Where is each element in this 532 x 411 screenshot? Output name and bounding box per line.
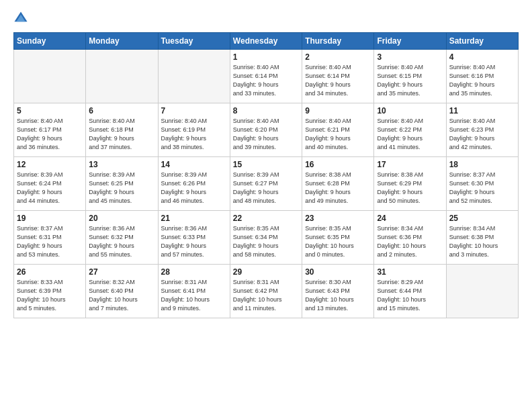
- cell-details: Sunrise: 8:38 AM Sunset: 6:28 PM Dayligh…: [305, 171, 371, 205]
- day-number: 29: [233, 267, 299, 277]
- cell-details: Sunrise: 8:40 AM Sunset: 6:21 PM Dayligh…: [305, 117, 371, 152]
- day-number: 28: [161, 267, 227, 277]
- calendar-cell: 31Sunrise: 8:29 AM Sunset: 6:44 PM Dayli…: [374, 265, 446, 318]
- day-number: 18: [449, 160, 515, 169]
- day-number: 26: [17, 267, 83, 277]
- header: [13, 11, 519, 26]
- day-number: 11: [449, 106, 515, 116]
- week-row-2: 12Sunrise: 8:39 AM Sunset: 6:24 PM Dayli…: [14, 157, 519, 211]
- cell-details: Sunrise: 8:40 AM Sunset: 6:23 PM Dayligh…: [449, 117, 515, 152]
- cell-details: Sunrise: 8:34 AM Sunset: 6:38 PM Dayligh…: [449, 224, 515, 259]
- calendar-cell: 23Sunrise: 8:35 AM Sunset: 6:35 PM Dayli…: [302, 211, 374, 265]
- cell-details: Sunrise: 8:40 AM Sunset: 6:14 PM Dayligh…: [305, 63, 371, 98]
- day-number: 19: [17, 214, 83, 223]
- week-row-3: 19Sunrise: 8:37 AM Sunset: 6:31 PM Dayli…: [14, 211, 519, 265]
- day-number: 3: [377, 52, 443, 62]
- calendar-cell: 15Sunrise: 8:39 AM Sunset: 6:27 PM Dayli…: [230, 157, 302, 211]
- calendar-cell: 16Sunrise: 8:38 AM Sunset: 6:28 PM Dayli…: [302, 157, 374, 211]
- week-row-1: 5Sunrise: 8:40 AM Sunset: 6:17 PM Daylig…: [14, 103, 519, 157]
- calendar-cell: 29Sunrise: 8:31 AM Sunset: 6:42 PM Dayli…: [230, 265, 302, 318]
- cell-details: Sunrise: 8:31 AM Sunset: 6:42 PM Dayligh…: [233, 278, 299, 313]
- calendar-cell: 18Sunrise: 8:37 AM Sunset: 6:30 PM Dayli…: [446, 157, 518, 211]
- logo-icon: [13, 11, 28, 26]
- calendar-cell: 1Sunrise: 8:40 AM Sunset: 6:14 PM Daylig…: [230, 50, 302, 103]
- day-number: 1: [233, 52, 299, 62]
- calendar-cell: 11Sunrise: 8:40 AM Sunset: 6:23 PM Dayli…: [446, 103, 518, 157]
- week-row-4: 26Sunrise: 8:33 AM Sunset: 6:39 PM Dayli…: [14, 265, 519, 318]
- day-number: 30: [305, 267, 371, 277]
- calendar-cell: [158, 50, 230, 103]
- day-number: 8: [233, 106, 299, 116]
- calendar-cell: 30Sunrise: 8:30 AM Sunset: 6:43 PM Dayli…: [302, 265, 374, 318]
- cell-details: Sunrise: 8:36 AM Sunset: 6:32 PM Dayligh…: [89, 224, 154, 259]
- day-number: 12: [17, 160, 83, 169]
- day-number: 22: [233, 214, 299, 223]
- week-row-0: 1Sunrise: 8:40 AM Sunset: 6:14 PM Daylig…: [14, 50, 519, 103]
- calendar-cell: 20Sunrise: 8:36 AM Sunset: 6:32 PM Dayli…: [86, 211, 158, 265]
- cell-details: Sunrise: 8:40 AM Sunset: 6:22 PM Dayligh…: [377, 117, 443, 152]
- cell-details: Sunrise: 8:40 AM Sunset: 6:20 PM Dayligh…: [233, 117, 299, 152]
- cell-details: Sunrise: 8:39 AM Sunset: 6:27 PM Dayligh…: [233, 171, 299, 205]
- cell-details: Sunrise: 8:36 AM Sunset: 6:33 PM Dayligh…: [161, 224, 227, 259]
- cell-details: Sunrise: 8:37 AM Sunset: 6:31 PM Dayligh…: [17, 224, 83, 259]
- calendar-cell: 13Sunrise: 8:39 AM Sunset: 6:25 PM Dayli…: [86, 157, 158, 211]
- cell-details: Sunrise: 8:40 AM Sunset: 6:18 PM Dayligh…: [89, 117, 154, 152]
- calendar-cell: 12Sunrise: 8:39 AM Sunset: 6:24 PM Dayli…: [14, 157, 86, 211]
- cell-details: Sunrise: 8:40 AM Sunset: 6:19 PM Dayligh…: [161, 117, 227, 152]
- calendar-cell: 19Sunrise: 8:37 AM Sunset: 6:31 PM Dayli…: [14, 211, 86, 265]
- day-number: 25: [449, 214, 515, 223]
- col-header-monday: Monday: [86, 33, 158, 50]
- cell-details: Sunrise: 8:30 AM Sunset: 6:43 PM Dayligh…: [305, 278, 371, 313]
- day-number: 21: [161, 214, 227, 223]
- day-number: 27: [89, 267, 154, 277]
- col-header-saturday: Saturday: [446, 33, 518, 50]
- day-number: 16: [305, 160, 371, 169]
- cell-details: Sunrise: 8:37 AM Sunset: 6:30 PM Dayligh…: [449, 171, 515, 205]
- calendar-cell: 25Sunrise: 8:34 AM Sunset: 6:38 PM Dayli…: [446, 211, 518, 265]
- day-number: 7: [161, 106, 227, 116]
- day-number: 15: [233, 160, 299, 169]
- day-number: 4: [449, 52, 515, 62]
- cell-details: Sunrise: 8:40 AM Sunset: 6:17 PM Dayligh…: [17, 117, 83, 152]
- calendar: SundayMondayTuesdayWednesdayThursdayFrid…: [13, 32, 519, 318]
- page: SundayMondayTuesdayWednesdayThursdayFrid…: [0, 0, 532, 411]
- cell-details: Sunrise: 8:32 AM Sunset: 6:40 PM Dayligh…: [89, 278, 154, 313]
- calendar-cell: 7Sunrise: 8:40 AM Sunset: 6:19 PM Daylig…: [158, 103, 230, 157]
- calendar-cell: 10Sunrise: 8:40 AM Sunset: 6:22 PM Dayli…: [374, 103, 446, 157]
- day-number: 10: [377, 106, 443, 116]
- calendar-cell: 5Sunrise: 8:40 AM Sunset: 6:17 PM Daylig…: [14, 103, 86, 157]
- calendar-cell: 8Sunrise: 8:40 AM Sunset: 6:20 PM Daylig…: [230, 103, 302, 157]
- calendar-cell: 4Sunrise: 8:40 AM Sunset: 6:16 PM Daylig…: [446, 50, 518, 103]
- day-number: 20: [89, 214, 154, 223]
- col-header-tuesday: Tuesday: [158, 33, 230, 50]
- cell-details: Sunrise: 8:39 AM Sunset: 6:26 PM Dayligh…: [161, 171, 227, 205]
- calendar-cell: 17Sunrise: 8:38 AM Sunset: 6:29 PM Dayli…: [374, 157, 446, 211]
- calendar-cell: [446, 265, 518, 318]
- cell-details: Sunrise: 8:40 AM Sunset: 6:15 PM Dayligh…: [377, 63, 443, 98]
- col-header-thursday: Thursday: [302, 33, 374, 50]
- calendar-cell: 22Sunrise: 8:35 AM Sunset: 6:34 PM Dayli…: [230, 211, 302, 265]
- day-number: 6: [89, 106, 154, 116]
- col-header-friday: Friday: [374, 33, 446, 50]
- day-number: 31: [377, 267, 443, 277]
- cell-details: Sunrise: 8:38 AM Sunset: 6:29 PM Dayligh…: [377, 171, 443, 205]
- logo: [13, 11, 31, 26]
- cell-details: Sunrise: 8:29 AM Sunset: 6:44 PM Dayligh…: [377, 278, 443, 313]
- day-number: 23: [305, 214, 371, 223]
- col-header-wednesday: Wednesday: [230, 33, 302, 50]
- cell-details: Sunrise: 8:35 AM Sunset: 6:34 PM Dayligh…: [233, 224, 299, 259]
- cell-details: Sunrise: 8:34 AM Sunset: 6:36 PM Dayligh…: [377, 224, 443, 259]
- calendar-cell: [14, 50, 86, 103]
- day-number: 24: [377, 214, 443, 223]
- calendar-cell: 6Sunrise: 8:40 AM Sunset: 6:18 PM Daylig…: [86, 103, 158, 157]
- cell-details: Sunrise: 8:35 AM Sunset: 6:35 PM Dayligh…: [305, 224, 371, 259]
- calendar-cell: 2Sunrise: 8:40 AM Sunset: 6:14 PM Daylig…: [302, 50, 374, 103]
- day-number: 5: [17, 106, 83, 116]
- day-number: 14: [161, 160, 227, 169]
- calendar-cell: 9Sunrise: 8:40 AM Sunset: 6:21 PM Daylig…: [302, 103, 374, 157]
- cell-details: Sunrise: 8:39 AM Sunset: 6:24 PM Dayligh…: [17, 171, 83, 205]
- col-header-sunday: Sunday: [14, 33, 86, 50]
- calendar-cell: 3Sunrise: 8:40 AM Sunset: 6:15 PM Daylig…: [374, 50, 446, 103]
- day-number: 2: [305, 52, 371, 62]
- calendar-cell: 21Sunrise: 8:36 AM Sunset: 6:33 PM Dayli…: [158, 211, 230, 265]
